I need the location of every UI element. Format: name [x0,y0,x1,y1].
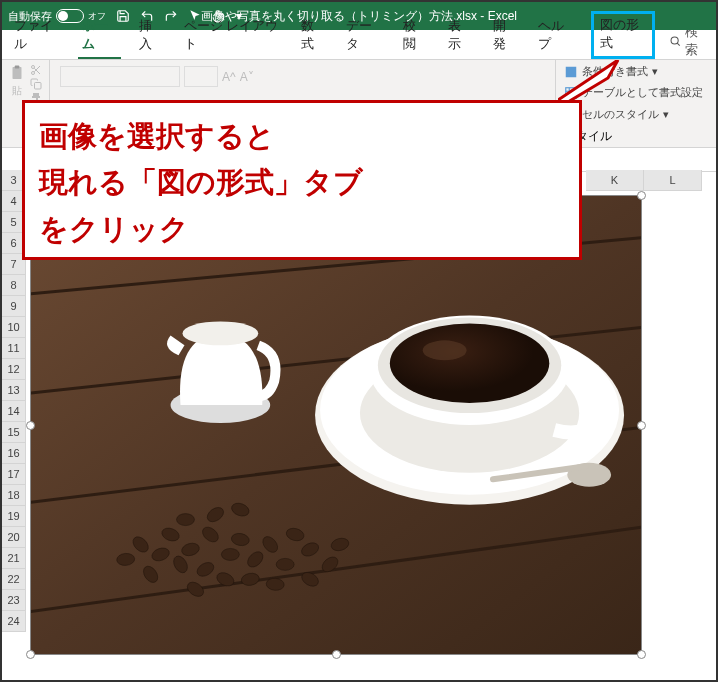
svg-point-41 [276,558,294,570]
tab-view[interactable]: 表示 [444,13,475,59]
svg-point-5 [32,72,35,75]
tab-review[interactable]: 校閲 [399,13,430,59]
row-header[interactable]: 24 [2,611,26,632]
resize-handle-ml[interactable] [26,421,35,430]
row-header[interactable]: 17 [2,464,26,485]
tab-file[interactable]: ファイル [10,13,64,59]
row-header[interactable]: 23 [2,590,26,611]
row-header[interactable]: 16 [2,443,26,464]
tab-help[interactable]: ヘルプ [534,13,577,59]
redo-icon[interactable] [164,9,178,23]
resize-handle-tr[interactable] [637,191,646,200]
svg-point-4 [32,66,35,69]
tab-home[interactable]: ホーム [78,13,121,59]
copy-icon[interactable] [30,78,42,90]
styles-group-label: スタイル [564,128,708,145]
inserted-picture[interactable] [30,195,642,655]
row-header[interactable]: 19 [2,506,26,527]
row-header[interactable]: 8 [2,275,26,296]
callout-text: 画像を選択すると 現れる「図の形式」タブ をクリック [39,113,565,252]
increase-font-icon[interactable]: A^ [222,70,236,84]
svg-point-25 [423,340,467,360]
tab-data[interactable]: データ [342,13,385,59]
svg-rect-8 [35,83,42,90]
column-headers: KL [586,170,716,191]
svg-point-33 [221,548,239,560]
row-header[interactable]: 20 [2,527,26,548]
ribbon-tabs: ファイル ホーム 挿入 ページ レイアウト 数式 データ 校閲 表示 開発 ヘル… [2,30,716,60]
row-header[interactable]: 11 [2,338,26,359]
resize-handle-mr[interactable] [637,421,646,430]
paste-label: 貼 [12,84,22,98]
resize-handle-br[interactable] [637,650,646,659]
row-header[interactable]: 14 [2,401,26,422]
font-name-combo[interactable] [60,66,180,87]
svg-rect-2 [13,67,22,79]
row-header[interactable]: 21 [2,548,26,569]
paste-icon[interactable] [8,64,26,82]
row-header[interactable]: 18 [2,485,26,506]
font-size-combo[interactable] [184,66,218,87]
row-header[interactable]: 13 [2,380,26,401]
row-header[interactable]: 10 [2,317,26,338]
tab-developer[interactable]: 開発 [489,13,520,59]
svg-point-0 [671,37,678,44]
resize-handle-bl[interactable] [26,650,35,659]
svg-line-1 [677,43,680,46]
svg-rect-3 [15,66,20,69]
column-header[interactable]: K [586,170,644,191]
svg-point-51 [177,514,195,526]
svg-point-29 [183,321,259,345]
svg-point-24 [390,323,549,403]
row-header[interactable]: 12 [2,359,26,380]
tab-insert[interactable]: 挿入 [135,13,166,59]
coffee-photo [31,196,641,654]
column-header[interactable]: L [644,170,702,191]
row-header[interactable]: 15 [2,422,26,443]
cut-icon[interactable] [30,64,42,76]
search-icon [669,34,681,48]
tab-page-layout[interactable]: ページ レイアウト [180,13,284,59]
decrease-font-icon[interactable]: A˅ [240,70,254,84]
row-header[interactable]: 22 [2,569,26,590]
instruction-callout: 画像を選択すると 現れる「図の形式」タブ をクリック [22,100,582,260]
tab-formulas[interactable]: 数式 [297,13,328,59]
tab-picture-format[interactable]: 図の形式 [591,11,655,59]
resize-handle-bm[interactable] [332,650,341,659]
row-header[interactable]: 9 [2,296,26,317]
